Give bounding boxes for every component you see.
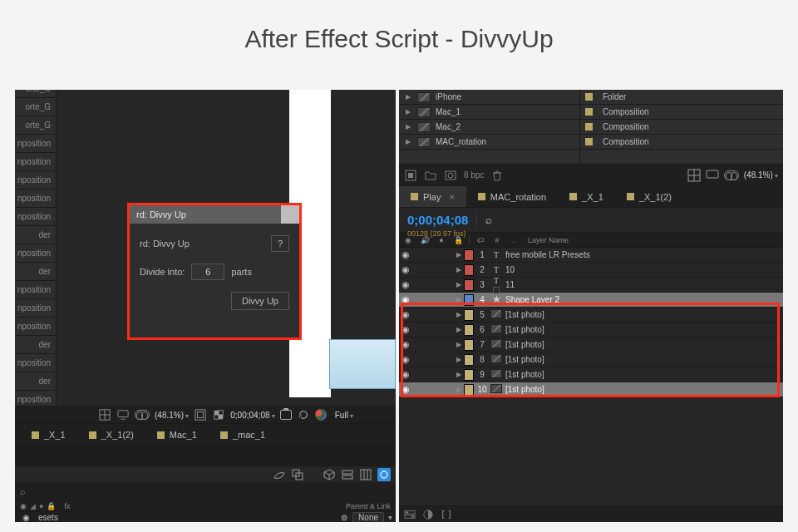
divvyup-button[interactable]: Divvy Up bbox=[231, 292, 289, 310]
mask-icon[interactable] bbox=[135, 410, 150, 420]
label-swatch[interactable] bbox=[464, 294, 474, 306]
visibility-icon[interactable]: ◉ bbox=[399, 369, 412, 380]
grid-icon[interactable] bbox=[98, 409, 111, 421]
timecode-dropdown[interactable]: 0;00;04;08 bbox=[230, 411, 275, 420]
label-swatch[interactable] bbox=[464, 264, 474, 276]
zoom-dropdown[interactable]: (48.1%) bbox=[155, 411, 189, 420]
search-icon[interactable]: ⌕ bbox=[476, 214, 492, 226]
snapshot-icon[interactable] bbox=[280, 410, 292, 420]
channel-icon[interactable] bbox=[315, 409, 327, 421]
layer-name[interactable]: [1st photo] bbox=[502, 340, 544, 349]
dialog-title-bar[interactable]: rd: Divvy Up bbox=[130, 205, 299, 224]
project-item[interactable]: ▶MAC_rotation bbox=[399, 135, 579, 150]
twirl-icon[interactable]: ▶ bbox=[454, 341, 464, 348]
layer-name[interactable]: free mobile LR Presets bbox=[502, 250, 590, 259]
visibility-icon[interactable]: ◉ bbox=[399, 264, 412, 275]
timeline-tab[interactable]: _X_1 bbox=[558, 186, 615, 207]
new-comp-icon[interactable] bbox=[444, 169, 457, 182]
project-item[interactable]: ▶Mac_1 bbox=[399, 105, 579, 120]
timeline-tab[interactable]: _mac_1 bbox=[220, 430, 265, 440]
label-swatch[interactable] bbox=[464, 384, 474, 396]
visibility-icon[interactable]: ◉ bbox=[399, 294, 412, 305]
zoom-dropdown[interactable]: (48.1%) bbox=[744, 170, 778, 180]
project-item[interactable]: ▶Mac_2 bbox=[399, 120, 579, 135]
timeline-tab[interactable]: _X_1(2) bbox=[615, 186, 683, 207]
transparency-icon[interactable] bbox=[212, 409, 225, 421]
twirl-icon[interactable]: ▶ bbox=[454, 311, 464, 318]
layer-row[interactable]: ◉▶3T 11 bbox=[399, 278, 783, 293]
interpret-icon[interactable] bbox=[404, 169, 417, 182]
visibility-icon[interactable]: ◉ bbox=[399, 309, 412, 320]
layer-row[interactable]: ◉▶7[1st photo] bbox=[399, 337, 783, 352]
layer-name[interactable]: [1st photo] bbox=[502, 370, 544, 379]
visibility-icon[interactable]: ◉ bbox=[17, 513, 35, 522]
label-swatch[interactable] bbox=[464, 324, 474, 336]
layer-name[interactable]: [1st photo] bbox=[502, 385, 544, 394]
visibility-icon[interactable]: ◉ bbox=[399, 339, 412, 350]
layer-name[interactable]: [1st photo] bbox=[502, 310, 544, 319]
layer-row[interactable]: ◉▶9[1st photo] bbox=[399, 367, 783, 382]
grid-icon[interactable] bbox=[687, 169, 701, 182]
layer-row[interactable]: ◉▶5[1st photo] bbox=[399, 308, 783, 323]
visibility-icon[interactable]: ◉ bbox=[399, 324, 412, 335]
label-swatch[interactable] bbox=[464, 279, 474, 291]
resolution-dropdown[interactable]: Full bbox=[335, 411, 353, 420]
label-swatch[interactable] bbox=[464, 369, 474, 381]
timeline-tab[interactable]: MAC_rotation bbox=[466, 186, 558, 207]
project-item[interactable]: ▶iPhone bbox=[399, 90, 579, 105]
layer-name[interactable]: 11 bbox=[502, 280, 515, 289]
visibility-icon[interactable]: ◉ bbox=[399, 384, 412, 395]
close-icon[interactable] bbox=[281, 205, 299, 224]
twirl-icon[interactable]: ▶ bbox=[404, 93, 412, 101]
frameblend-icon[interactable] bbox=[291, 468, 304, 481]
visibility-icon[interactable]: ◉ bbox=[399, 249, 412, 260]
twirl-icon[interactable]: ▶ bbox=[454, 251, 464, 259]
layer-name[interactable]: [1st photo] bbox=[502, 325, 544, 334]
layer-name[interactable]: Shape Layer 2 bbox=[502, 295, 559, 304]
twirl-icon[interactable]: ▶ bbox=[404, 138, 412, 145]
layer-row[interactable]: ◉▶2T10 bbox=[399, 263, 783, 278]
layer-row[interactable]: ◉▶1Tfree mobile LR Presets bbox=[399, 248, 783, 263]
twirl-icon[interactable]: ▶ bbox=[454, 386, 464, 393]
visibility-icon[interactable]: ◉ bbox=[399, 279, 412, 290]
timeline-search[interactable]: ⌕ bbox=[15, 482, 396, 500]
layer-row[interactable]: ◉▶8[1st photo] bbox=[399, 352, 783, 367]
timeline-tab[interactable]: _X_1 bbox=[32, 430, 66, 440]
timeline-tab[interactable]: _X_1(2) bbox=[89, 430, 134, 440]
toggle-switches-icon[interactable] bbox=[404, 509, 416, 520]
twirl-icon[interactable]: ▶ bbox=[454, 371, 464, 378]
brackets-icon[interactable] bbox=[441, 509, 452, 520]
layer-row[interactable]: ◉ esets ⊚ None ▾ bbox=[15, 512, 396, 522]
trash-icon[interactable] bbox=[490, 169, 504, 182]
modes-icon[interactable] bbox=[422, 509, 434, 520]
cube-icon[interactable] bbox=[323, 468, 336, 481]
twirl-icon[interactable]: ▶ bbox=[454, 356, 464, 363]
safezone-icon[interactable] bbox=[194, 409, 207, 421]
divide-input[interactable]: 6 bbox=[191, 264, 224, 280]
new-folder-icon[interactable] bbox=[424, 169, 437, 182]
monitor-icon[interactable] bbox=[706, 169, 719, 182]
label-swatch[interactable] bbox=[464, 339, 474, 351]
label-swatch[interactable] bbox=[464, 309, 474, 321]
column-icon[interactable] bbox=[359, 468, 372, 481]
collapse-icon[interactable] bbox=[341, 468, 354, 481]
shy-icon[interactable] bbox=[273, 468, 286, 481]
render-queue-icon[interactable] bbox=[377, 468, 391, 481]
label-swatch[interactable] bbox=[464, 354, 474, 366]
layer-row[interactable]: ◉▶4★Shape Layer 2 bbox=[399, 293, 783, 308]
bpc-label[interactable]: 8 bpc bbox=[464, 170, 484, 180]
timeline-tab[interactable]: Mac_1 bbox=[157, 430, 197, 440]
twirl-icon[interactable]: ▶ bbox=[404, 123, 412, 131]
refresh-icon[interactable] bbox=[297, 409, 310, 421]
visibility-icon[interactable]: ◉ bbox=[399, 354, 412, 365]
twirl-icon[interactable]: ▶ bbox=[404, 108, 412, 116]
parent-dropdown[interactable]: None bbox=[352, 512, 384, 522]
close-icon[interactable]: × bbox=[449, 192, 454, 202]
label-swatch[interactable] bbox=[464, 249, 474, 261]
timeline-tab[interactable]: Play× bbox=[399, 186, 466, 207]
twirl-icon[interactable]: ▶ bbox=[454, 326, 464, 333]
twirl-icon[interactable]: ▶ bbox=[454, 266, 464, 273]
mask-icon[interactable] bbox=[724, 170, 739, 180]
layer-row[interactable]: ◉▶6[1st photo] bbox=[399, 323, 783, 337]
monitor-icon[interactable] bbox=[116, 409, 130, 421]
